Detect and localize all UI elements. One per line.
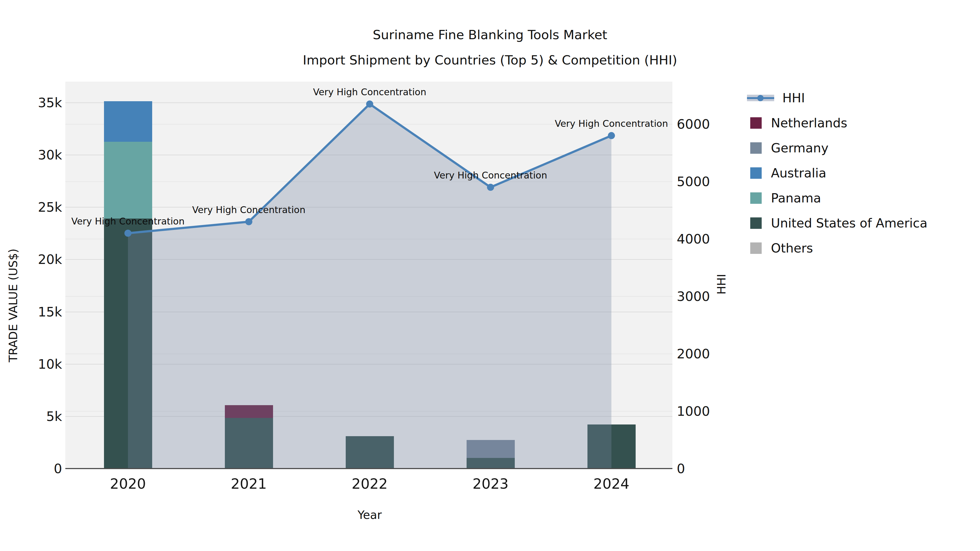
y-right-tick-6000: 6000 <box>677 116 737 132</box>
legend-swatch-icon <box>750 167 762 179</box>
legend-item-others: Others <box>750 236 928 261</box>
y-right-tick-5000: 5000 <box>677 174 737 189</box>
y-left-tick-0: 0 <box>10 461 62 476</box>
hhi-line-sample-icon <box>747 95 774 101</box>
legend-item-panama: Panama <box>750 186 928 211</box>
hhi-marker-2024 <box>608 132 615 139</box>
x-axis-title: Year <box>67 508 672 522</box>
legend-label: Others <box>771 241 813 256</box>
legend-item-netherlands: Netherlands <box>750 111 928 135</box>
legend-swatch-icon <box>750 243 762 254</box>
legend-item-united-states-of-america: United States of America <box>750 211 928 236</box>
y-right-tick-1000: 1000 <box>677 403 737 419</box>
y-left-tick-25k: 25k <box>10 200 62 215</box>
hhi-marker-2023 <box>487 184 494 191</box>
hhi-marker-2022 <box>366 100 373 108</box>
annotation-2023: Very High Concentration <box>434 170 547 181</box>
y-right-tick-2000: 2000 <box>677 346 737 361</box>
annotation-2024: Very High Concentration <box>555 118 668 129</box>
x-tick-2020: 2020 <box>110 476 146 492</box>
y-right-tick-0: 0 <box>677 461 737 476</box>
legend-swatch-icon <box>750 192 762 204</box>
legend-swatch-icon <box>750 117 762 129</box>
x-tick-2021: 2021 <box>231 476 267 492</box>
x-axis-line <box>65 468 672 469</box>
x-tick-2023: 2023 <box>473 476 509 492</box>
legend-label: Panama <box>771 191 821 205</box>
legend-label: United States of America <box>771 216 928 230</box>
y-left-tick-35k: 35k <box>10 95 62 110</box>
legend-item-australia: Australia <box>750 160 928 186</box>
x-tick-2022: 2022 <box>352 476 388 492</box>
legend-swatch-icon <box>750 218 762 229</box>
legend: HHINetherlandsGermanyAustraliaPanamaUnit… <box>750 86 928 261</box>
chart-title-line2: Import Shipment by Countries (Top 5) & C… <box>0 52 980 67</box>
y-left-tick-5k: 5k <box>10 409 62 424</box>
legend-item-hhi: HHI <box>750 86 928 111</box>
legend-label: Germany <box>771 141 828 156</box>
legend-label: HHI <box>783 91 805 105</box>
legend-label: Australia <box>771 166 826 180</box>
hhi-line-layer <box>67 82 672 468</box>
hhi-marker-2021 <box>245 218 252 225</box>
hhi-marker-2020 <box>124 230 132 237</box>
chart-title-line1: Suriname Fine Blanking Tools Market <box>0 27 980 42</box>
legend-item-germany: Germany <box>750 135 928 160</box>
legend-label: Netherlands <box>771 116 847 130</box>
y-left-tick-30k: 30k <box>10 147 62 162</box>
annotation-2020: Very High Concentration <box>71 216 185 227</box>
y-axis-left-title: TRADE VALUE (US$) <box>6 229 20 382</box>
annotation-2022: Very High Concentration <box>313 87 426 97</box>
hhi-area-fill <box>128 104 611 468</box>
annotation-2021: Very High Concentration <box>192 204 305 215</box>
legend-swatch-icon <box>750 142 762 154</box>
y-axis-right-title: HHI <box>715 224 728 344</box>
x-tick-2024: 2024 <box>593 476 629 492</box>
figure: Suriname Fine Blanking Tools Market Impo… <box>0 0 980 551</box>
hhi-sample-marker <box>757 95 764 101</box>
plot-area: Very High ConcentrationVery High Concent… <box>67 82 672 468</box>
